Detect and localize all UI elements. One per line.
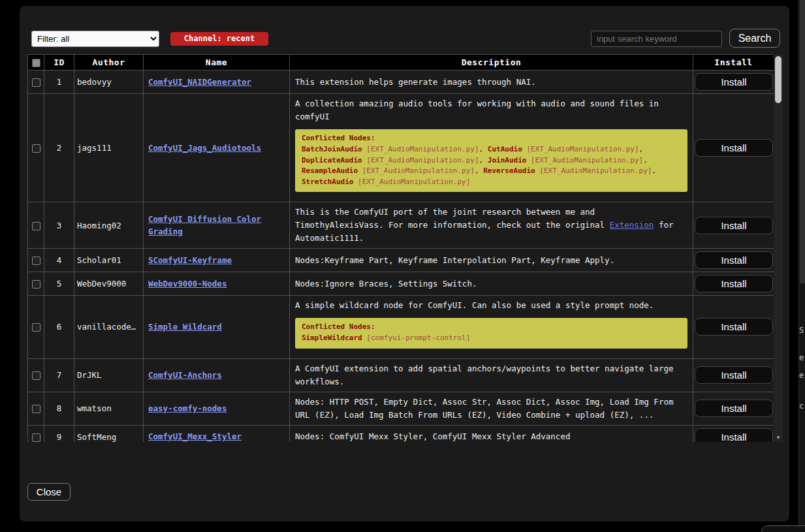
table-scrollbar[interactable]: ▾	[774, 54, 783, 442]
install-button[interactable]: Install	[695, 366, 773, 384]
row-id: 9	[44, 425, 74, 442]
row-name-link[interactable]: Simple Wildcard	[148, 322, 222, 332]
install-button[interactable]: Install	[695, 318, 773, 336]
install-button[interactable]: Install	[695, 428, 773, 443]
conflict-warning: Conflicted Nodes:SimpleWildcard [comfyui…	[295, 318, 687, 349]
background-text-fragment: S	[799, 326, 804, 335]
scroll-down-arrow[interactable]: ▾	[774, 433, 783, 441]
description-text: Nodes: ComfyUI Mexx Styler, ComfyUI Mexx…	[295, 430, 687, 442]
search-input[interactable]	[591, 31, 722, 47]
row-id: 4	[44, 249, 74, 272]
row-author: Haoming02	[74, 202, 144, 249]
row-description: Nodes:Ignore Braces, Settings Switch.	[290, 272, 693, 296]
background-text-fragment: c	[799, 401, 804, 411]
row-id: 7	[44, 358, 74, 392]
row-author: wmatson	[74, 392, 144, 425]
description-text: This is the ComfyUI port of the joint re…	[295, 206, 687, 245]
install-button[interactable]: Install	[695, 275, 773, 292]
channel-badge: Channel: recent	[170, 32, 268, 46]
row-name-link[interactable]: easy-comfy-nodes	[148, 403, 227, 413]
row-id: 2	[44, 94, 74, 202]
table-row: 6 vanillacode314 Simple Wildcard A simpl…	[28, 296, 774, 359]
background-text-fragment: e	[799, 371, 804, 380]
row-checkbox[interactable]	[32, 222, 40, 230]
description-text: Nodes:Ignore Braces, Settings Switch.	[295, 277, 687, 290]
table-row: 8 wmatson easy-comfy-nodes Nodes: HTTP P…	[28, 392, 774, 425]
header-author: Author	[74, 55, 144, 70]
table-row: 3 Haoming02 ComfyUI Diffusion Color Grad…	[28, 202, 774, 249]
custom-nodes-dialog: Filter: all Channel: recent Search ID Au…	[20, 6, 789, 522]
install-button[interactable]: Install	[695, 251, 773, 269]
row-description: A ComfyUI extension to add spatial ancho…	[290, 358, 693, 392]
install-button[interactable]: Install	[695, 217, 773, 234]
search-button[interactable]: Search	[729, 29, 780, 48]
close-button[interactable]: Close	[27, 483, 71, 501]
background-text-fragment: e	[799, 353, 804, 362]
row-id: 8	[44, 392, 74, 425]
row-checkbox[interactable]	[32, 280, 40, 289]
row-description: Nodes: ComfyUI Mexx Styler, ComfyUI Mexx…	[290, 425, 693, 442]
row-name-link[interactable]: WebDev9000-Nodes	[148, 279, 227, 289]
filter-select[interactable]: Filter: all	[31, 31, 159, 47]
row-id: 6	[44, 296, 74, 359]
table-row: 2 jags111 ComfyUI_Jags_Audiotools A coll…	[28, 94, 774, 202]
row-checkbox[interactable]	[32, 78, 40, 87]
row-author: WebDev9000	[74, 272, 144, 296]
row-name-link[interactable]: ComfyUI_NAIDGenerator	[148, 77, 251, 87]
table-row: 4 Scholar01 SComfyUI-Keyframe Nodes:Keyf…	[28, 249, 774, 272]
install-button[interactable]: Install	[695, 139, 773, 157]
table-row: 5 WebDev9000 WebDev9000-Nodes Nodes:Igno…	[28, 272, 774, 296]
table-header-row: ID Author Name Description Install	[28, 55, 774, 70]
table-body: 1 bedovyy ComfyUI_NAIDGenerator This ext…	[28, 70, 774, 443]
row-author: vanillacode314	[74, 296, 144, 359]
row-author: SoftMeng	[74, 425, 144, 442]
row-description: Nodes:Keyframe Part, Keyframe Interpolat…	[290, 249, 693, 272]
row-checkbox[interactable]	[32, 257, 40, 265]
row-description: A simple wildcard node for ComfyUI. Can …	[290, 296, 693, 359]
table-row: 1 bedovyy ComfyUI_NAIDGenerator This ext…	[28, 70, 774, 94]
row-description: Nodes: HTTP POST, Empty Dict, Assoc Str,…	[290, 392, 693, 425]
partial-panel-fragment	[761, 525, 805, 532]
row-author: jags111	[74, 94, 144, 202]
page-scroll-thumb[interactable]	[800, 0, 805, 283]
header-name: Name	[144, 55, 290, 70]
table-area: ID Author Name Description Install 1 bed…	[27, 54, 783, 442]
description-text: A ComfyUI extension to add spatial ancho…	[295, 362, 687, 388]
custom-nodes-table: ID Author Name Description Install 1 bed…	[27, 54, 774, 442]
row-author: DrJKL	[74, 358, 144, 392]
row-checkbox[interactable]	[32, 144, 40, 153]
header-description: Description	[290, 55, 693, 70]
description-text: This extension helps generate images thr…	[295, 76, 687, 89]
row-id: 1	[44, 70, 74, 94]
row-name-link[interactable]: ComfyUI_Mexx_Styler	[148, 431, 242, 441]
row-description: A collection amazing audio tools for wor…	[290, 94, 693, 202]
description-text: A collection amazing audio tools for wor…	[295, 97, 687, 123]
description-link[interactable]: Extension	[610, 220, 654, 230]
header-install: Install	[693, 55, 774, 70]
row-id: 3	[44, 202, 74, 249]
row-name-link[interactable]: ComfyUI Diffusion Color Grading	[148, 214, 261, 236]
description-text: Nodes:Keyframe Part, Keyframe Interpolat…	[295, 254, 687, 267]
description-text: Nodes: HTTP POST, Empty Dict, Assoc Str,…	[295, 396, 687, 422]
row-author: Scholar01	[74, 249, 144, 272]
description-text: A simple wildcard node for ComfyUI. Can …	[295, 299, 687, 312]
row-name-link[interactable]: SComfyUI-Keyframe	[148, 255, 232, 265]
conflict-warning: Conflicted Nodes:BatchJoinAudio [EXT_Aud…	[295, 129, 687, 192]
page-scrollbar[interactable]	[798, 0, 805, 532]
table-row: 9 SoftMeng ComfyUI_Mexx_Styler Nodes: Co…	[28, 425, 774, 442]
row-checkbox[interactable]	[32, 433, 40, 442]
row-author: bedovyy	[74, 70, 144, 94]
install-button[interactable]: Install	[695, 73, 773, 91]
row-name-link[interactable]: ComfyUI_Jags_Audiotools	[148, 143, 261, 153]
install-button[interactable]: Install	[695, 399, 773, 417]
row-name-link[interactable]: ComfyUI-Anchors	[148, 370, 222, 380]
row-checkbox[interactable]	[32, 405, 40, 413]
table-scroll-thumb[interactable]	[775, 56, 781, 103]
row-checkbox[interactable]	[32, 323, 40, 332]
row-description: This is the ComfyUI port of the joint re…	[290, 202, 693, 249]
select-all-checkbox[interactable]	[32, 59, 40, 67]
row-id: 5	[44, 272, 74, 296]
header-select-all	[28, 55, 44, 70]
header-id: ID	[44, 55, 74, 70]
row-checkbox[interactable]	[32, 371, 40, 380]
